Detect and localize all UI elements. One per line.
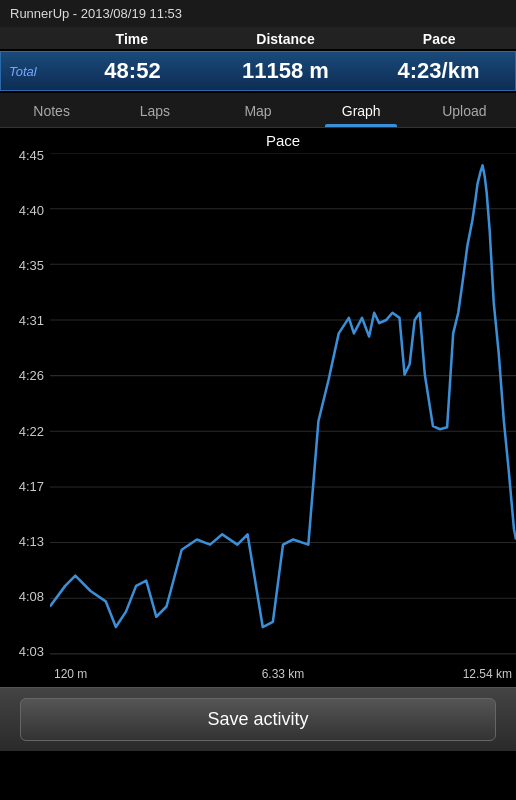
y-label-8: 4:08 — [0, 589, 50, 604]
pace-header: Pace — [362, 31, 516, 47]
tab-map[interactable]: Map — [206, 93, 309, 127]
tabs: Notes Laps Map Graph Upload — [0, 93, 516, 128]
total-pace: 4:23/km — [362, 58, 515, 84]
tab-graph[interactable]: Graph — [310, 93, 413, 127]
chart-area: Pace — [50, 128, 516, 663]
total-row: Total 48:52 11158 m 4:23/km — [0, 51, 516, 91]
x-label-mid: 6.33 km — [140, 667, 426, 681]
chart-svg — [50, 153, 516, 658]
y-label-3: 4:31 — [0, 313, 50, 328]
y-label-4: 4:26 — [0, 368, 50, 383]
total-time: 48:52 — [56, 58, 209, 84]
tab-notes[interactable]: Notes — [0, 93, 103, 127]
header-labels: Time Distance Pace — [0, 27, 516, 49]
y-label-5: 4:22 — [0, 424, 50, 439]
tab-upload[interactable]: Upload — [413, 93, 516, 127]
y-label-0: 4:45 — [0, 148, 50, 163]
y-label-2: 4:35 — [0, 258, 50, 273]
status-bar: RunnerUp - 2013/08/19 11:53 — [0, 0, 516, 27]
x-label-end: 12.54 km — [426, 667, 516, 681]
tab-laps[interactable]: Laps — [103, 93, 206, 127]
x-axis: 120 m 6.33 km 12.54 km — [0, 663, 516, 687]
distance-header: Distance — [209, 31, 363, 47]
y-label-1: 4:40 — [0, 203, 50, 218]
total-label: Total — [1, 64, 56, 79]
y-axis: 4:45 4:40 4:35 4:31 4:26 4:22 4:17 4:13 … — [0, 128, 50, 663]
y-label-9: 4:03 — [0, 644, 50, 659]
chart-title: Pace — [50, 128, 516, 149]
y-label-7: 4:13 — [0, 534, 50, 549]
app-title: RunnerUp - 2013/08/19 11:53 — [10, 6, 182, 21]
time-header: Time — [55, 31, 209, 47]
graph-container: 4:45 4:40 4:35 4:31 4:26 4:22 4:17 4:13 … — [0, 128, 516, 663]
save-bar: Save activity — [0, 687, 516, 751]
x-label-start: 120 m — [50, 667, 140, 681]
save-activity-button[interactable]: Save activity — [20, 698, 496, 741]
y-label-6: 4:17 — [0, 479, 50, 494]
total-distance: 11158 m — [209, 58, 362, 84]
